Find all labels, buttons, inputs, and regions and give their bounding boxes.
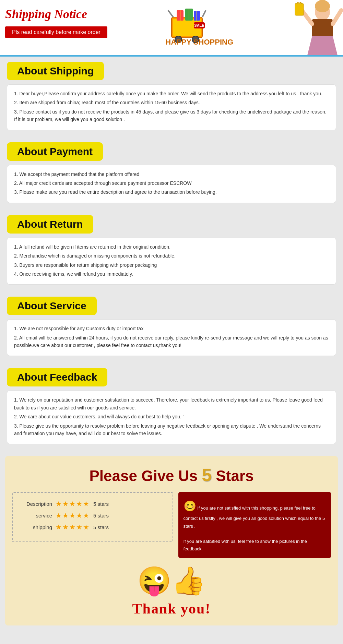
- list-item: Please give us the opportunity to resolv…: [14, 422, 329, 438]
- star-label: service: [21, 513, 52, 518]
- list-item: We are not responsible for any Customs d…: [14, 325, 329, 332]
- thank-you-text: Thank you!: [12, 600, 331, 617]
- star-label: shipping: [21, 524, 52, 530]
- list-item: All major credit cards are accepted thro…: [14, 179, 329, 187]
- smiley-big-icon: 😜👍: [12, 565, 331, 597]
- stars-footer: 😜👍 Thank you!: [12, 565, 331, 617]
- star-label: Description: [21, 501, 52, 507]
- feedback-content: We rely on our reputation and customer s…: [7, 391, 336, 444]
- list-item: Buyers are responsible for return shippi…: [14, 261, 329, 269]
- feedback-header: About Feedback: [7, 368, 107, 386]
- stars-rating-box: Description★★★★★5 starsservice★★★★★5 sta…: [12, 492, 173, 542]
- shipping-title: About Shipping: [17, 65, 94, 77]
- stars-right-text-1: If you are not satisfied with this shopp…: [184, 505, 325, 528]
- star-count: 5 stars: [93, 501, 109, 507]
- list-item: A full refund will be given if items are…: [14, 243, 329, 251]
- star-icons: ★★★★★: [56, 523, 90, 531]
- star-icons: ★★★★★: [56, 511, 90, 520]
- stars-title: Please Give Us 5 Stars: [12, 465, 331, 485]
- list-item: Item are shipped from china; reach most …: [14, 99, 329, 106]
- svg-point-13: [315, 0, 330, 12]
- return-header: About Return: [7, 215, 93, 234]
- section-payment: About PaymentWe accept the payment metho…: [0, 137, 343, 210]
- list-item: We accept the payment method that the pl…: [14, 170, 329, 178]
- list-item: Please contact us if you do not receive …: [14, 108, 329, 123]
- stars-info-box: 😊 If you are not satisfied with this sho…: [178, 492, 331, 558]
- list-item: Once receiving items, we will refund you…: [14, 270, 329, 278]
- payment-title: About Payment: [17, 146, 93, 157]
- feedback-title: About Feedback: [17, 371, 97, 383]
- svg-rect-18: [295, 3, 304, 15]
- list-item: Dear buyer,Please confirm your address c…: [14, 90, 329, 97]
- service-content: We are not responsible for any Customs d…: [7, 319, 336, 356]
- svg-text:SALE: SALE: [194, 23, 204, 27]
- star-count: 5 stars: [93, 524, 109, 530]
- svg-marker-17: [307, 36, 338, 57]
- list-item: We rely on our reputation and customer s…: [14, 396, 329, 412]
- service-header: About Service: [7, 297, 97, 315]
- page-header: Shipping Notice Pls read carefully befor…: [0, 0, 343, 57]
- shipping-content: Dear buyer,Please confirm your address c…: [7, 84, 336, 130]
- person-image: [274, 0, 343, 57]
- star-row: service★★★★★5 stars: [21, 511, 164, 520]
- sections-container: About ShippingDear buyer,Please confirm …: [0, 57, 343, 451]
- service-title: About Service: [17, 300, 86, 312]
- stars-right-text-2: If you are satiSfied with us, feel free …: [184, 539, 307, 551]
- list-item: Merchandise which is damaged or missing …: [14, 252, 329, 260]
- section-shipping: About ShippingDear buyer,Please confirm …: [0, 57, 343, 137]
- payment-content: We accept the payment method that the pl…: [7, 165, 336, 203]
- page-title: Shipping Notice: [5, 7, 107, 21]
- smiley-icon: 😊: [184, 500, 196, 512]
- header-left: Shipping Notice Pls read carefully befor…: [0, 0, 113, 45]
- star-row: Description★★★★★5 stars: [21, 500, 164, 508]
- star-row: shipping★★★★★5 stars: [21, 523, 164, 531]
- return-title: About Return: [17, 218, 83, 230]
- header-subtitle: Pls read carefully before make order: [5, 26, 107, 38]
- stars-section: Please Give Us 5 Stars Description★★★★★5…: [5, 456, 338, 625]
- stars-body: Description★★★★★5 starsservice★★★★★5 sta…: [12, 492, 331, 558]
- section-feedback: About FeedbackWe rely on our reputation …: [0, 363, 343, 451]
- svg-line-16: [333, 10, 341, 24]
- shipping-header: About Shipping: [7, 62, 104, 80]
- section-return: About ReturnA full refund will be given …: [0, 210, 343, 292]
- section-service: About ServiceWe are not responsible for …: [0, 291, 343, 363]
- list-item: We care about our value customers, and w…: [14, 413, 329, 420]
- star-count: 5 stars: [93, 513, 109, 518]
- list-item: All email will be answered within 24 hou…: [14, 334, 329, 349]
- payment-header: About Payment: [7, 142, 103, 161]
- happy-shopping-text: HAPPY SHOPPING: [165, 38, 233, 47]
- return-content: A full refund will be given if items are…: [7, 238, 336, 285]
- list-item: Please make sure you read the entire des…: [14, 188, 329, 196]
- star-icons: ★★★★★: [56, 500, 90, 508]
